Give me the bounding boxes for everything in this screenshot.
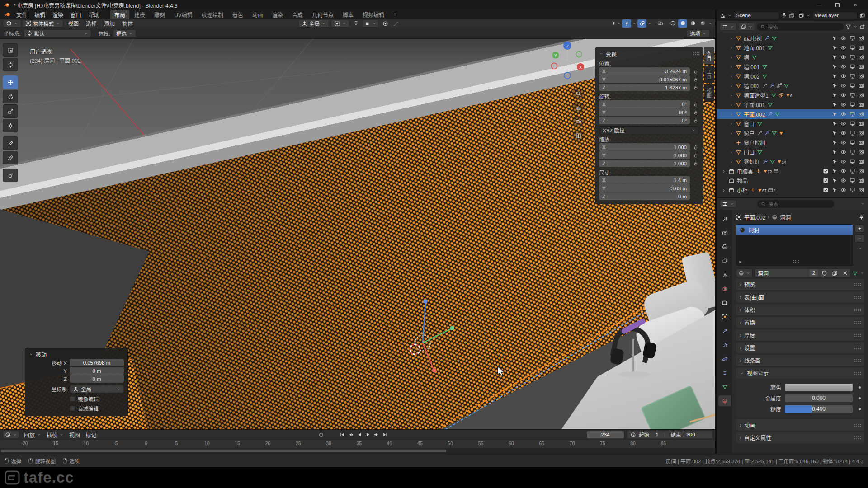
move-field-value[interactable]: 0.057698 m <box>70 359 124 366</box>
panel-预览[interactable]: ›预览 <box>736 279 864 290</box>
exclude-checkbox[interactable] <box>823 178 829 183</box>
material-users-count[interactable]: 2 <box>810 269 818 277</box>
expand-icon[interactable]: ▸ <box>739 258 742 265</box>
expand-toggle[interactable]: › <box>721 168 727 174</box>
disable-viewport-icon[interactable] <box>849 83 855 89</box>
hide-viewport-icon[interactable] <box>840 54 846 60</box>
workspace-tab-视频编辑[interactable]: 视频编辑 <box>359 10 388 19</box>
orientation-dropdown[interactable]: 全局 <box>70 385 124 393</box>
hide-viewport-icon[interactable] <box>840 168 846 174</box>
outliner-item-墙.002[interactable]: ›墙.002 <box>717 71 868 81</box>
drag-mode-dropdown[interactable]: 框选 <box>113 29 136 38</box>
panel-厚度[interactable]: ›厚度 <box>736 329 864 341</box>
properties-tab-object[interactable] <box>718 311 731 322</box>
gizmo-x-axis[interactable] <box>423 343 434 369</box>
properties-tab-render[interactable] <box>718 227 731 238</box>
properties-tab-collection[interactable] <box>718 297 731 308</box>
outliner-item-窗口[interactable]: ›窗口 <box>717 119 868 128</box>
selectable-icon[interactable] <box>832 178 837 183</box>
resize-handle-icon[interactable] <box>793 260 799 263</box>
move-gizmo[interactable] <box>380 285 470 385</box>
fake-user-shield-icon[interactable] <box>820 270 828 276</box>
scrollbar-handle[interactable] <box>1 450 446 452</box>
gizmo-x-handle[interactable] <box>433 369 437 373</box>
shading-solid-button[interactable] <box>678 19 687 28</box>
disable-render-icon[interactable] <box>859 140 864 145</box>
properties-tab-output[interactable] <box>718 241 731 252</box>
lock-icon[interactable] <box>692 110 699 115</box>
hide-viewport-icon[interactable] <box>840 45 846 51</box>
shading-wireframe-button[interactable] <box>668 19 677 28</box>
link-target-dropdown[interactable] <box>860 271 864 275</box>
editor-type-button[interactable] <box>3 19 21 28</box>
panel-体积[interactable]: ›体积 <box>736 304 864 315</box>
hide-viewport-icon[interactable] <box>840 35 846 41</box>
tool-move-button[interactable] <box>3 75 18 89</box>
animate-dot[interactable] <box>859 408 861 410</box>
roughness-slider[interactable]: 0.400 <box>785 405 853 413</box>
outliner-item-墙面造型1[interactable]: ›墙面造型16 <box>717 90 868 100</box>
timeline-menu-插帧[interactable]: 插帧 <box>44 430 66 439</box>
selectable-icon[interactable] <box>832 131 837 136</box>
hide-viewport-icon[interactable] <box>840 149 846 155</box>
material-name-field[interactable]: 洞洞 2 <box>755 268 850 277</box>
properties-tab-view-layer[interactable] <box>718 255 731 266</box>
object-visibility-dropdown[interactable] <box>611 19 621 28</box>
material-slot-selected[interactable]: 洞洞 <box>736 225 853 235</box>
selectable-icon[interactable] <box>832 102 837 108</box>
selectable-icon[interactable] <box>832 36 837 41</box>
disable-render-icon[interactable] <box>859 197 864 197</box>
axis-x-negative[interactable] <box>552 63 557 69</box>
selectable-icon[interactable] <box>832 169 837 174</box>
sidebar-tab-条目[interactable]: 条目 <box>704 47 714 65</box>
selectable-icon[interactable] <box>832 112 837 117</box>
timeline-menu-回放[interactable]: 回放 <box>21 430 44 439</box>
outliner-item-门口[interactable]: ›门口 <box>717 147 868 157</box>
properties-tab-material[interactable] <box>718 395 731 406</box>
move-field-value[interactable]: 0 m <box>70 375 124 383</box>
new-collection-button[interactable] <box>859 24 865 30</box>
outliner-item-电脑桌[interactable]: ›电脑桌72 <box>717 166 868 176</box>
disable-viewport-icon[interactable] <box>849 92 855 98</box>
disable-viewport-icon[interactable] <box>849 35 855 41</box>
navigation-gizmo[interactable]: Z X Y <box>542 39 592 84</box>
outliner-display-mode-dropdown[interactable] <box>720 23 736 31</box>
outliner-item-高柜[interactable]: ›高柜 <box>717 195 868 197</box>
disable-viewport-icon[interactable] <box>849 54 855 60</box>
hide-viewport-icon[interactable] <box>840 159 846 164</box>
disable-render-icon[interactable] <box>859 187 864 193</box>
snap-settings-dropdown[interactable] <box>362 19 379 28</box>
sidebar-tab-工具[interactable]: 工具 <box>704 66 714 83</box>
scene-browse-dropdown[interactable] <box>727 13 732 18</box>
disable-render-icon[interactable] <box>859 159 864 164</box>
menu-编辑[interactable]: 编辑 <box>31 10 49 19</box>
expand-toggle[interactable]: › <box>728 111 734 117</box>
lock-icon[interactable] <box>692 69 699 74</box>
properties-options-dropdown[interactable] <box>861 202 865 206</box>
transform-field-X[interactable]: X-3.2624 m <box>599 67 690 75</box>
transform-field-Z[interactable]: Z1.6237 m <box>599 84 690 91</box>
selectable-icon[interactable] <box>832 121 837 127</box>
disable-viewport-icon[interactable] <box>849 64 855 70</box>
selectable-icon[interactable] <box>832 197 837 197</box>
expand-toggle[interactable]: › <box>728 83 734 89</box>
workspace-tab-几何节点[interactable]: 几何节点 <box>308 10 338 19</box>
disable-render-icon[interactable] <box>859 102 864 108</box>
transform-field-X[interactable]: X0° <box>599 100 690 108</box>
tool-annotate-button[interactable] <box>3 136 18 150</box>
hide-viewport-icon[interactable] <box>840 83 846 89</box>
selectable-icon[interactable] <box>832 140 837 145</box>
drag-handle-icon[interactable] <box>693 52 699 56</box>
viewport-menu-物体[interactable]: 物体 <box>118 19 137 28</box>
overlays-toggle[interactable] <box>637 19 646 28</box>
custom-orientation-dropdown[interactable]: 默认 <box>24 29 91 38</box>
play-reverse-button[interactable] <box>355 431 363 438</box>
outliner-item-平面.001[interactable]: ›平面.001 <box>717 100 868 109</box>
properties-tab-modifiers[interactable] <box>718 325 731 336</box>
disable-render-icon[interactable] <box>859 45 864 51</box>
timeline-ruler[interactable]: -20-15-10-505101520253035404550556065707… <box>0 439 715 448</box>
tool-transform-button[interactable] <box>3 119 18 132</box>
hide-viewport-icon[interactable] <box>840 92 846 98</box>
viewport-menu-选择[interactable]: 选择 <box>82 19 100 28</box>
snap-toggle[interactable] <box>351 19 360 28</box>
